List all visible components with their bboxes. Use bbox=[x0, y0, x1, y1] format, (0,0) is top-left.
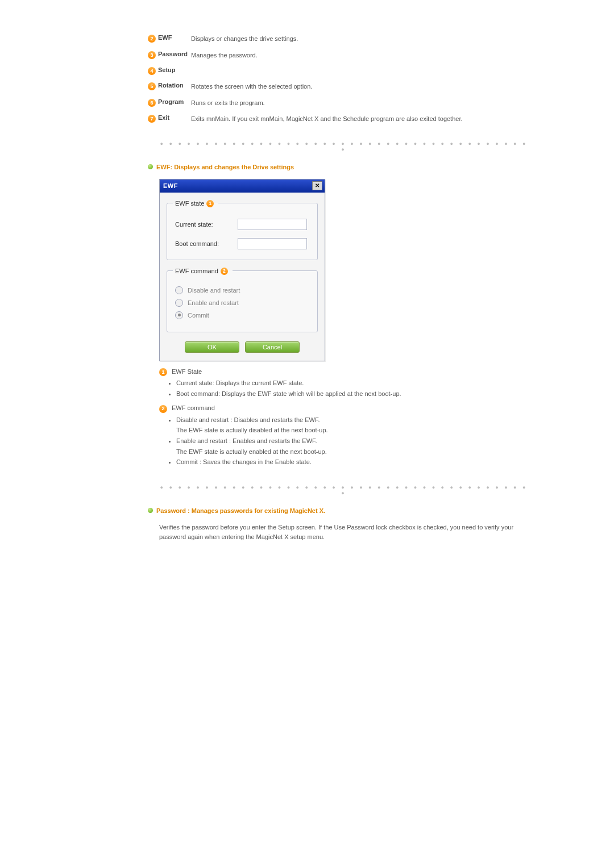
radio-commit[interactable]: Commit bbox=[175, 311, 312, 319]
num-badge-4: 4 bbox=[148, 67, 156, 75]
num-badge-7: 7 bbox=[148, 115, 156, 123]
section-divider: ● ● ● ● ● ● ● ● ● ● ● ● ● ● ● ● ● ● ● ● … bbox=[85, 485, 529, 496]
current-state-field[interactable] bbox=[238, 219, 307, 230]
boot-command-label: Boot command: bbox=[175, 240, 238, 247]
ewf-command-legend: EWF command bbox=[175, 268, 218, 274]
num-badge-5: 5 bbox=[148, 82, 156, 90]
legend1-item-1: Boot command: Displays the EWF state whi… bbox=[176, 389, 529, 399]
legend1-title: EWF State bbox=[172, 367, 202, 377]
menu-item-password-label: Password bbox=[158, 51, 191, 57]
ewf-state-group: EWF state 1 Current state: Boot command: bbox=[167, 199, 318, 260]
close-icon[interactable]: ✕ bbox=[312, 181, 322, 190]
bullet-icon bbox=[148, 508, 153, 513]
menu-item-password-desc: Manages the password. bbox=[191, 51, 258, 60]
bullet-icon bbox=[148, 164, 153, 169]
legend2-item-3: The EWF state is actually enabled at the… bbox=[176, 447, 529, 457]
ewf-dialog: EWF ✕ EWF state 1 Current state: bbox=[159, 179, 325, 361]
legend-badge-2b: 2 bbox=[159, 405, 167, 413]
menu-item-program-desc: Runs or exits the program. bbox=[191, 98, 265, 108]
menu-item-exit-desc: Exits mnMain. If you exit mnMain, MagicN… bbox=[191, 114, 463, 124]
menu-item-rotation-label: Rotation bbox=[158, 82, 191, 89]
dialog-title: EWF bbox=[163, 182, 178, 189]
cancel-button[interactable]: Cancel bbox=[245, 341, 300, 353]
password-section-heading: Password : Manages passwords for existin… bbox=[85, 507, 529, 514]
radio-commit-label: Commit bbox=[188, 312, 209, 319]
radio-enable-restart-label: Enable and restart bbox=[188, 299, 239, 306]
menu-item-setup-label: Setup bbox=[158, 66, 191, 73]
ewf-section-heading: EWF: Displays and changes the Drive sett… bbox=[85, 164, 529, 170]
legend2-item-4: Commit : Saves the changes in the Enable… bbox=[176, 457, 529, 468]
ok-button[interactable]: OK bbox=[185, 341, 239, 353]
menu-item-ewf-desc: Displays or changes the drive settings. bbox=[191, 34, 298, 44]
num-badge-3: 3 bbox=[148, 51, 156, 59]
legend-badge-1b: 1 bbox=[159, 368, 167, 376]
radio-enable-restart[interactable]: Enable and restart bbox=[175, 299, 312, 307]
menu-item-ewf-label: EWF bbox=[158, 34, 191, 41]
radio-icon bbox=[175, 299, 183, 307]
num-badge-2: 2 bbox=[148, 35, 156, 43]
menu-item-rotation-desc: Rotates the screen with the selected opt… bbox=[191, 82, 312, 91]
legend2-item-1: The EWF state is actually disabled at th… bbox=[176, 425, 529, 436]
section-divider: ● ● ● ● ● ● ● ● ● ● ● ● ● ● ● ● ● ● ● ● … bbox=[85, 141, 529, 152]
legend2-item-2: Enable and restart : Enables and restart… bbox=[176, 436, 529, 446]
current-state-label: Current state: bbox=[175, 221, 238, 228]
legend2-item-0: Disable and restart : Disables and resta… bbox=[176, 415, 529, 425]
legend1-item-0: Current state: Displays the current EWF … bbox=[176, 378, 529, 389]
menu-item-program-label: Program bbox=[158, 98, 191, 105]
menu-item-exit-label: Exit bbox=[158, 114, 191, 121]
ewf-state-legend: EWF state bbox=[175, 200, 204, 207]
password-section-heading-text: Password : Manages passwords for existin… bbox=[156, 507, 325, 514]
password-section-body: Verifies the password before you enter t… bbox=[85, 523, 529, 542]
radio-disable-restart-label: Disable and restart bbox=[188, 287, 240, 294]
legend-badge-1: 1 bbox=[206, 200, 214, 207]
radio-icon bbox=[175, 286, 183, 294]
boot-command-field[interactable] bbox=[238, 238, 307, 249]
legend-badge-2: 2 bbox=[221, 268, 228, 275]
radio-icon bbox=[175, 311, 183, 319]
dialog-titlebar: EWF ✕ bbox=[160, 180, 325, 193]
legend2-title: EWF command bbox=[172, 403, 215, 414]
ewf-command-group: EWF command 2 Disable and restart Enable… bbox=[167, 267, 318, 332]
num-badge-6: 6 bbox=[148, 99, 156, 107]
ewf-section-heading-text: EWF: Displays and changes the Drive sett… bbox=[156, 164, 294, 170]
radio-disable-restart[interactable]: Disable and restart bbox=[175, 286, 312, 294]
